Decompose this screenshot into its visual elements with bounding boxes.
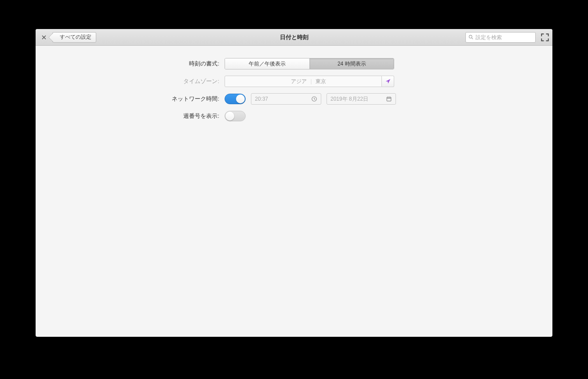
- toggle-knob: [225, 112, 234, 120]
- calendar-icon: [386, 96, 392, 102]
- svg-rect-2: [387, 97, 391, 101]
- maximize-button[interactable]: [541, 33, 549, 41]
- search-box[interactable]: [465, 32, 536, 43]
- timezone-field[interactable]: アジア | 東京: [225, 76, 382, 87]
- svg-point-0: [469, 35, 472, 38]
- titlebar: すべての設定 日付と時刻: [36, 29, 552, 46]
- timezone-region: アジア: [291, 78, 307, 85]
- titlebar-right: [465, 32, 549, 43]
- timezone-divider: |: [310, 78, 312, 84]
- segment-ampm[interactable]: 午前／午後表示: [225, 58, 309, 69]
- timezone-label: タイムゾーン:: [153, 77, 219, 85]
- settings-form: 時刻の書式: 午前／午後表示 24 時間表示 タイムゾーン: アジア | 東京: [153, 58, 435, 121]
- week-numbers-toggle[interactable]: [225, 111, 246, 121]
- row-time-format: 時刻の書式: 午前／午後表示 24 時間表示: [153, 58, 435, 69]
- back-button[interactable]: すべての設定: [52, 32, 96, 43]
- search-icon: [468, 34, 474, 40]
- maximize-icon: [541, 33, 549, 41]
- time-format-label: 時刻の書式:: [153, 60, 219, 68]
- close-icon: [42, 35, 46, 40]
- timezone-city: 東京: [316, 78, 378, 85]
- back-button-label: すべての設定: [60, 33, 91, 41]
- clock-icon: [311, 96, 317, 102]
- timezone-box: アジア | 東京: [225, 76, 394, 87]
- toggle-knob: [236, 95, 245, 103]
- location-icon: [385, 78, 391, 84]
- row-timezone: タイムゾーン: アジア | 東京: [153, 76, 435, 87]
- network-time-label: ネットワーク時間:: [153, 95, 219, 103]
- date-value: 2019年 8月22日: [330, 95, 383, 103]
- content-area: 時刻の書式: 午前／午後表示 24 時間表示 タイムゾーン: アジア | 東京: [36, 46, 552, 337]
- locate-button[interactable]: [382, 76, 394, 87]
- date-field[interactable]: 2019年 8月22日: [327, 93, 396, 105]
- search-input[interactable]: [475, 34, 533, 40]
- row-week-numbers: 週番号を表示:: [153, 111, 435, 121]
- week-numbers-label: 週番号を表示:: [153, 112, 219, 120]
- close-button[interactable]: [39, 33, 49, 42]
- time-value: 20:37: [255, 96, 309, 102]
- row-network-time: ネットワーク時間: 20:37 2019年 8月22日: [153, 93, 435, 105]
- time-format-segmented: 午前／午後表示 24 時間表示: [225, 58, 394, 69]
- time-field[interactable]: 20:37: [251, 93, 321, 105]
- segment-24h[interactable]: 24 時間表示: [309, 58, 394, 69]
- settings-window: すべての設定 日付と時刻 時刻の書式: 午前／午後表示 24 時間表示 タ: [36, 29, 552, 337]
- window-title: 日付と時刻: [280, 33, 309, 41]
- network-time-toggle[interactable]: [225, 94, 246, 104]
